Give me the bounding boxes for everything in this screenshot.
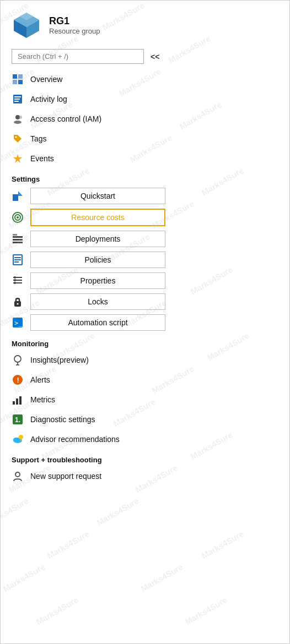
resource-group-cube-icon <box>12 10 41 40</box>
sidebar-item-metrics[interactable]: Metrics <box>1 390 289 410</box>
svg-point-53 <box>19 435 23 439</box>
properties-button[interactable]: Properties <box>30 272 165 289</box>
svg-rect-23 <box>13 239 23 241</box>
svg-marker-16 <box>13 154 22 163</box>
svg-marker-18 <box>18 191 23 196</box>
settings-item-automation[interactable]: >_ Automation script <box>1 312 289 333</box>
sidebar-item-label: Access control (IAM) <box>30 114 101 123</box>
properties-icon <box>12 275 24 287</box>
settings-section-label: Settings <box>1 168 289 185</box>
svg-point-34 <box>14 279 16 281</box>
sidebar-item-alerts[interactable]: ! Alerts <box>1 370 289 390</box>
policies-icon <box>12 254 24 266</box>
sidebar-item-label: Overview <box>30 75 62 84</box>
svg-rect-22 <box>13 236 23 238</box>
sidebar-item-label: New support request <box>30 472 101 481</box>
sidebar-item-overview[interactable]: Overview <box>1 69 289 89</box>
sidebar-item-advisor[interactable]: Advisor recommendations <box>1 429 289 449</box>
metrics-icon <box>12 394 24 406</box>
deployments-icon <box>12 233 24 245</box>
header: RG1 Resource group <box>1 1 289 47</box>
svg-rect-4 <box>13 74 17 79</box>
iam-icon <box>12 113 24 125</box>
collapse-button[interactable]: << <box>151 52 159 61</box>
svg-rect-46 <box>16 399 18 405</box>
quickstart-icon <box>12 190 24 202</box>
resource-costs-icon <box>12 211 24 223</box>
monitoring-section-label: Monitoring <box>1 333 289 350</box>
overview-icon <box>12 73 24 85</box>
resource-group-name: RG1 <box>49 15 100 27</box>
sidebar-item-label: Events <box>30 154 54 163</box>
svg-point-14 <box>19 116 22 119</box>
sidebar-item-label: Diagnostic settings <box>30 415 95 424</box>
svg-rect-11 <box>14 101 19 102</box>
svg-point-13 <box>14 121 22 124</box>
sidebar-item-tags[interactable]: Tags <box>1 129 289 149</box>
svg-rect-45 <box>13 401 15 405</box>
sidebar-item-label: Metrics <box>30 395 55 404</box>
resource-costs-button[interactable]: Resource costs <box>30 209 165 226</box>
svg-text:1.: 1. <box>15 416 20 424</box>
svg-rect-25 <box>13 234 17 236</box>
svg-rect-47 <box>19 396 22 405</box>
alerts-icon: ! <box>12 374 24 386</box>
svg-point-35 <box>14 282 16 284</box>
svg-rect-27 <box>14 257 21 258</box>
sidebar-item-label: Insights(preview) <box>30 356 89 364</box>
activity-log-icon <box>12 93 24 105</box>
sidebar-item-label: Advisor recommendations <box>30 435 120 444</box>
svg-point-40 <box>14 356 21 362</box>
settings-item-locks[interactable]: Locks <box>1 291 289 312</box>
search-row: << <box>1 47 289 69</box>
insights-icon <box>12 354 24 366</box>
tags-icon <box>12 133 24 145</box>
svg-text:>_: >_ <box>14 319 23 327</box>
support-icon <box>12 470 24 482</box>
locks-button[interactable]: Locks <box>30 293 165 310</box>
sidebar-item-label: Activity log <box>30 95 67 103</box>
svg-rect-9 <box>14 96 21 97</box>
sidebar-item-activity-log[interactable]: Activity log <box>1 89 289 109</box>
svg-point-37 <box>17 303 19 305</box>
sidebar-item-label: Alerts <box>30 375 50 384</box>
deployments-button[interactable]: Deployments <box>30 231 165 247</box>
svg-rect-10 <box>14 99 20 100</box>
settings-item-properties[interactable]: Properties <box>1 270 289 291</box>
policies-button[interactable]: Policies <box>30 252 165 268</box>
svg-text:!: ! <box>17 376 19 384</box>
support-section-label: Support + troubleshooting <box>1 449 289 466</box>
search-input[interactable] <box>12 49 144 64</box>
resource-group-type: Resource group <box>49 27 100 35</box>
svg-point-33 <box>14 276 16 279</box>
automation-button[interactable]: Automation script <box>30 314 165 331</box>
svg-rect-5 <box>18 74 23 79</box>
header-text: RG1 Resource group <box>49 15 100 35</box>
svg-rect-6 <box>13 80 17 84</box>
svg-point-15 <box>15 137 17 138</box>
svg-rect-28 <box>14 259 21 260</box>
events-icon <box>12 152 24 165</box>
sidebar-item-events[interactable]: Events <box>1 149 289 168</box>
svg-point-55 <box>15 472 20 477</box>
svg-point-21 <box>17 216 19 219</box>
locks-icon <box>12 296 24 308</box>
settings-item-policies[interactable]: Policies <box>1 249 289 270</box>
settings-item-quickstart[interactable]: Quickstart <box>1 185 289 206</box>
automation-icon: >_ <box>12 316 24 329</box>
svg-rect-17 <box>13 194 18 201</box>
sidebar-item-diagnostic[interactable]: 1. Diagnostic settings <box>1 410 289 429</box>
sidebar-item-label: Tags <box>30 134 47 143</box>
sidebar-item-support[interactable]: New support request <box>1 466 289 486</box>
svg-rect-29 <box>14 261 19 263</box>
sidebar-item-insights[interactable]: Insights(preview) <box>1 350 289 370</box>
settings-item-resource-costs[interactable]: Resource costs <box>1 206 289 228</box>
svg-rect-24 <box>13 242 23 243</box>
sidebar-panel: Marks4Sure Marks4Sure Marks4Sure Marks4S… <box>0 0 290 644</box>
settings-item-deployments[interactable]: Deployments <box>1 228 289 249</box>
advisor-icon <box>12 433 24 445</box>
quickstart-button[interactable]: Quickstart <box>30 188 165 204</box>
sidebar-item-iam[interactable]: Access control (IAM) <box>1 109 289 129</box>
diagnostic-icon: 1. <box>12 413 24 425</box>
svg-rect-7 <box>18 80 23 84</box>
